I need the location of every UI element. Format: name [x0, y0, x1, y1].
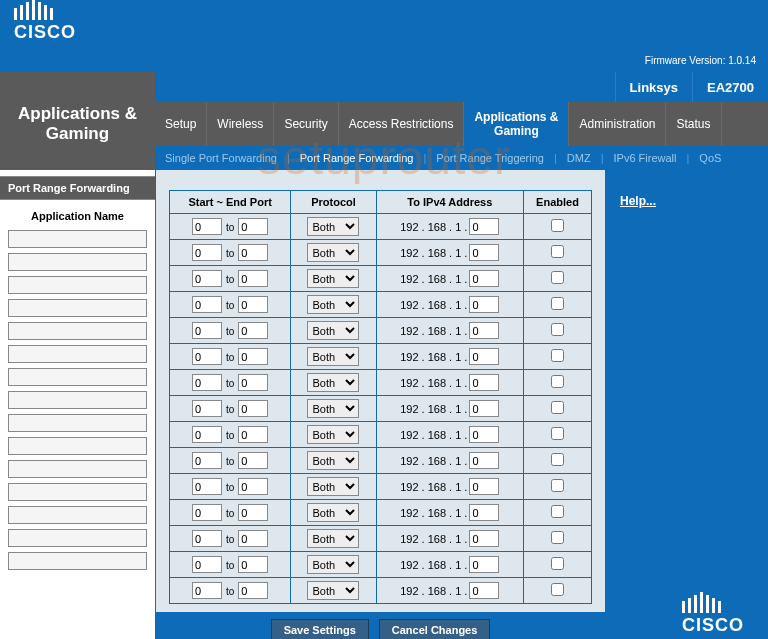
- application-name-input[interactable]: [8, 483, 147, 501]
- enabled-checkbox[interactable]: [551, 453, 564, 466]
- end-port-input[interactable]: [238, 348, 268, 365]
- start-port-input[interactable]: [192, 296, 222, 313]
- start-port-input[interactable]: [192, 374, 222, 391]
- enabled-checkbox[interactable]: [551, 375, 564, 388]
- end-port-input[interactable]: [238, 452, 268, 469]
- enabled-checkbox[interactable]: [551, 479, 564, 492]
- tab-security[interactable]: Security: [274, 102, 338, 146]
- protocol-select[interactable]: BothTCPUDP: [307, 295, 359, 314]
- cancel-button[interactable]: Cancel Changes: [379, 619, 491, 639]
- enabled-checkbox[interactable]: [551, 323, 564, 336]
- end-port-input[interactable]: [238, 582, 268, 599]
- enabled-checkbox[interactable]: [551, 505, 564, 518]
- help-link[interactable]: Help...: [620, 194, 656, 208]
- ip-host-input[interactable]: [469, 348, 499, 365]
- end-port-input[interactable]: [238, 244, 268, 261]
- protocol-select[interactable]: BothTCPUDP: [307, 373, 359, 392]
- end-port-input[interactable]: [238, 504, 268, 521]
- enabled-checkbox[interactable]: [551, 583, 564, 596]
- end-port-input[interactable]: [238, 400, 268, 417]
- application-name-input[interactable]: [8, 322, 147, 340]
- protocol-select[interactable]: BothTCPUDP: [307, 529, 359, 548]
- application-name-input[interactable]: [8, 299, 147, 317]
- start-port-input[interactable]: [192, 582, 222, 599]
- subtab-port-range-triggering[interactable]: Port Range Triggering: [432, 152, 548, 164]
- ip-host-input[interactable]: [469, 270, 499, 287]
- ip-host-input[interactable]: [469, 218, 499, 235]
- application-name-input[interactable]: [8, 368, 147, 386]
- subtab-dmz[interactable]: DMZ: [563, 152, 595, 164]
- application-name-input[interactable]: [8, 529, 147, 547]
- end-port-input[interactable]: [238, 530, 268, 547]
- tab-access-restrictions[interactable]: Access Restrictions: [339, 102, 465, 146]
- start-port-input[interactable]: [192, 478, 222, 495]
- protocol-select[interactable]: BothTCPUDP: [307, 399, 359, 418]
- tab-wireless[interactable]: Wireless: [207, 102, 274, 146]
- protocol-select[interactable]: BothTCPUDP: [307, 217, 359, 236]
- application-name-input[interactable]: [8, 414, 147, 432]
- start-port-input[interactable]: [192, 504, 222, 521]
- end-port-input[interactable]: [238, 556, 268, 573]
- enabled-checkbox[interactable]: [551, 219, 564, 232]
- ip-host-input[interactable]: [469, 400, 499, 417]
- start-port-input[interactable]: [192, 348, 222, 365]
- start-port-input[interactable]: [192, 244, 222, 261]
- application-name-input[interactable]: [8, 276, 147, 294]
- enabled-checkbox[interactable]: [551, 297, 564, 310]
- tab-administration[interactable]: Administration: [569, 102, 666, 146]
- application-name-input[interactable]: [8, 552, 147, 570]
- ip-host-input[interactable]: [469, 452, 499, 469]
- tab-applications-gaming[interactable]: Applications &Gaming: [464, 102, 569, 146]
- ip-host-input[interactable]: [469, 582, 499, 599]
- start-port-input[interactable]: [192, 556, 222, 573]
- ip-host-input[interactable]: [469, 504, 499, 521]
- protocol-select[interactable]: BothTCPUDP: [307, 503, 359, 522]
- end-port-input[interactable]: [238, 218, 268, 235]
- enabled-checkbox[interactable]: [551, 349, 564, 362]
- start-port-input[interactable]: [192, 322, 222, 339]
- end-port-input[interactable]: [238, 478, 268, 495]
- save-button[interactable]: Save Settings: [271, 619, 369, 639]
- end-port-input[interactable]: [238, 270, 268, 287]
- application-name-input[interactable]: [8, 391, 147, 409]
- enabled-checkbox[interactable]: [551, 427, 564, 440]
- protocol-select[interactable]: BothTCPUDP: [307, 321, 359, 340]
- application-name-input[interactable]: [8, 437, 147, 455]
- start-port-input[interactable]: [192, 218, 222, 235]
- ip-host-input[interactable]: [469, 478, 499, 495]
- protocol-select[interactable]: BothTCPUDP: [307, 269, 359, 288]
- start-port-input[interactable]: [192, 400, 222, 417]
- ip-host-input[interactable]: [469, 244, 499, 261]
- ip-host-input[interactable]: [469, 296, 499, 313]
- application-name-input[interactable]: [8, 460, 147, 478]
- start-port-input[interactable]: [192, 530, 222, 547]
- enabled-checkbox[interactable]: [551, 271, 564, 284]
- ip-host-input[interactable]: [469, 322, 499, 339]
- start-port-input[interactable]: [192, 270, 222, 287]
- protocol-select[interactable]: BothTCPUDP: [307, 581, 359, 600]
- end-port-input[interactable]: [238, 322, 268, 339]
- application-name-input[interactable]: [8, 253, 147, 271]
- enabled-checkbox[interactable]: [551, 401, 564, 414]
- ip-host-input[interactable]: [469, 426, 499, 443]
- protocol-select[interactable]: BothTCPUDP: [307, 555, 359, 574]
- application-name-input[interactable]: [8, 230, 147, 248]
- start-port-input[interactable]: [192, 426, 222, 443]
- application-name-input[interactable]: [8, 345, 147, 363]
- end-port-input[interactable]: [238, 426, 268, 443]
- start-port-input[interactable]: [192, 452, 222, 469]
- protocol-select[interactable]: BothTCPUDP: [307, 477, 359, 496]
- subtab-single-port-forwarding[interactable]: Single Port Forwarding: [161, 152, 281, 164]
- subtab-port-range-forwarding[interactable]: Port Range Forwarding: [296, 152, 418, 164]
- subtab-ipv-firewall[interactable]: IPv6 Firewall: [610, 152, 681, 164]
- enabled-checkbox[interactable]: [551, 531, 564, 544]
- protocol-select[interactable]: BothTCPUDP: [307, 347, 359, 366]
- ip-host-input[interactable]: [469, 556, 499, 573]
- end-port-input[interactable]: [238, 296, 268, 313]
- protocol-select[interactable]: BothTCPUDP: [307, 425, 359, 444]
- application-name-input[interactable]: [8, 506, 147, 524]
- protocol-select[interactable]: BothTCPUDP: [307, 243, 359, 262]
- subtab-qos[interactable]: QoS: [695, 152, 725, 164]
- ip-host-input[interactable]: [469, 530, 499, 547]
- tab-setup[interactable]: Setup: [155, 102, 207, 146]
